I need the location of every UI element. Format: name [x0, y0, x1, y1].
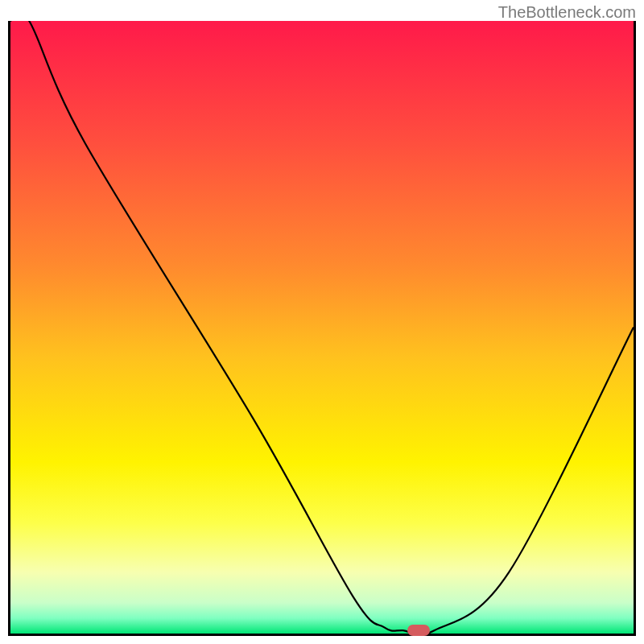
- chart-curve: [10, 21, 634, 634]
- watermark-text: TheBottleneck.com: [498, 3, 636, 22]
- optimum-marker: [407, 625, 430, 636]
- chart-plot-area: [10, 21, 634, 634]
- chart-line-path: [10, 21, 634, 634]
- chart-frame: [8, 21, 636, 636]
